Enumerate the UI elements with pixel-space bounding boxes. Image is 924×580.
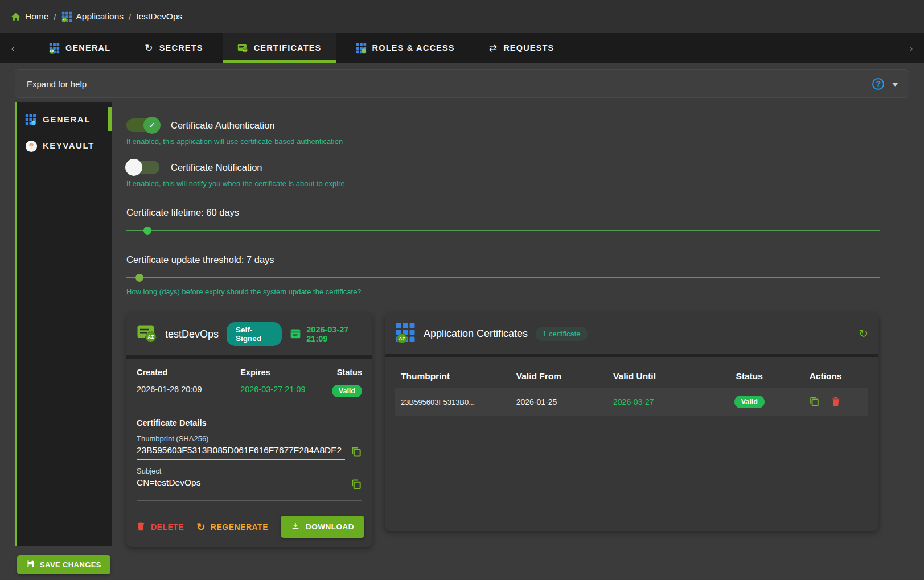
tabs-scroll-right-icon[interactable]: › bbox=[898, 33, 924, 63]
chevron-down-icon[interactable]: ▾ bbox=[893, 80, 898, 88]
row-valid-until: 2026-03-27 bbox=[613, 397, 710, 406]
tab-bar: ‹ AZ GENERAL ↻ SECRETS AZ CERTIFICATES R… bbox=[0, 33, 924, 63]
help-accordion[interactable]: Expand for help ? ▾ bbox=[15, 69, 909, 98]
self-signed-badge: Self-Signed bbox=[227, 322, 282, 346]
secrets-refresh-icon: ↻ bbox=[145, 42, 153, 54]
col-status: Status bbox=[710, 371, 789, 381]
certificate-threshold-help: How long (days) before expiry should the… bbox=[126, 287, 924, 296]
certificate-threshold-slider[interactable] bbox=[126, 273, 880, 282]
delete-certificate-button[interactable]: DELETE bbox=[136, 521, 184, 533]
slider-track bbox=[126, 277, 880, 278]
svg-text:AZ: AZ bbox=[63, 18, 66, 21]
slider-thumb[interactable] bbox=[143, 227, 151, 235]
refresh-icon[interactable]: ↻ bbox=[859, 328, 868, 339]
certificate-notification-help: If enabled, this will notify you when th… bbox=[126, 179, 924, 188]
delete-row-icon[interactable] bbox=[831, 396, 842, 408]
application-certificates-icon: AZ bbox=[395, 322, 416, 345]
general-grid-icon: AZ bbox=[49, 43, 60, 54]
certificate-count-badge: 1 certificate bbox=[536, 327, 587, 341]
tab-certificates[interactable]: AZ CERTIFICATES bbox=[223, 33, 336, 63]
row-thumbprint: 23B595603F5313B0... bbox=[401, 398, 516, 406]
certificate-details-title: Certificate Details bbox=[126, 417, 372, 427]
svg-text:AZ: AZ bbox=[399, 336, 405, 342]
download-icon bbox=[291, 521, 300, 532]
application-certificates-title: Application Certificates bbox=[424, 328, 528, 340]
breadcrumb: Home / AZ Applications / testDevOps bbox=[0, 0, 924, 33]
regenerate-icon: ↻ bbox=[196, 521, 206, 533]
roles-grid-icon bbox=[356, 43, 367, 54]
calendar-icon bbox=[290, 328, 301, 341]
certificate-card: AZ testDevOps Self-Signed 2026-03-27 21:… bbox=[126, 313, 372, 547]
home-icon bbox=[10, 11, 21, 22]
certificate-lifetime-label: Certificate lifetime: 60 days bbox=[126, 207, 924, 218]
subject-label: Subject bbox=[126, 460, 372, 475]
divider bbox=[137, 500, 362, 501]
certificate-lifetime-slider[interactable] bbox=[126, 226, 880, 235]
certificates-icon: AZ bbox=[237, 43, 248, 54]
status-badge: Valid bbox=[332, 385, 362, 397]
tabs-scroll-left-icon[interactable]: ‹ bbox=[0, 33, 26, 63]
save-changes-button[interactable]: SAVE CHANGES bbox=[17, 555, 110, 574]
expires-label: Expires bbox=[240, 368, 324, 377]
breadcrumb-applications[interactable]: AZ Applications bbox=[61, 11, 124, 22]
created-label: Created bbox=[137, 368, 240, 377]
certificate-card-title: testDevOps bbox=[165, 328, 219, 340]
svg-text:AZ: AZ bbox=[147, 335, 154, 340]
help-accordion-label: Expand for help bbox=[27, 79, 87, 89]
certificate-card-icon: AZ bbox=[137, 323, 157, 345]
certificate-authentication-label: Certificate Authentication bbox=[171, 120, 275, 131]
slider-thumb[interactable] bbox=[135, 274, 143, 282]
certificate-threshold-label: Certificate update threshold: 7 days bbox=[126, 254, 924, 265]
row-status-badge: Valid bbox=[734, 396, 765, 408]
sidebar-item-keyvault[interactable]: KEYVAULT bbox=[17, 132, 112, 158]
breadcrumb-separator: / bbox=[54, 12, 56, 22]
certificate-expiry-date: 2026-03-27 21:09 bbox=[306, 325, 362, 343]
breadcrumb-home[interactable]: Home bbox=[10, 11, 48, 22]
status-label: Status bbox=[324, 368, 362, 377]
section-sidebar: GENERAL KEYVAULT bbox=[15, 102, 112, 546]
subject-value: CN=testDevOps bbox=[137, 478, 345, 492]
col-actions: Actions bbox=[789, 371, 863, 381]
general-section-icon bbox=[25, 114, 36, 125]
regenerate-certificate-button[interactable]: ↻ REGENERATE bbox=[196, 521, 268, 533]
certificate-notification-toggle[interactable] bbox=[126, 161, 159, 174]
copy-subject-icon[interactable] bbox=[351, 479, 362, 490]
tab-secrets[interactable]: ↻ SECRETS bbox=[130, 33, 217, 63]
thumbprint-value: 23B595603F5313B085D061F616F7677F284A8DE2 bbox=[137, 445, 345, 460]
keyvault-icon bbox=[25, 140, 36, 151]
certificate-notification-label: Certificate Notification bbox=[171, 162, 262, 173]
application-certificates-card: AZ Application Certificates 1 certificat… bbox=[385, 313, 878, 531]
breadcrumb-separator: / bbox=[129, 12, 131, 22]
help-icon[interactable]: ? bbox=[872, 78, 884, 90]
download-certificate-button[interactable]: DOWNLOAD bbox=[281, 516, 364, 538]
requests-transfer-icon: ⇄ bbox=[489, 42, 498, 54]
col-thumbprint: Thumbprint bbox=[401, 371, 516, 381]
col-valid-until: Valid Until bbox=[613, 371, 710, 381]
toggle-knob bbox=[125, 159, 142, 176]
slider-track bbox=[126, 230, 880, 231]
expires-value: 2026-03-27 21:09 bbox=[240, 385, 324, 397]
certificate-authentication-toggle[interactable]: ✓ bbox=[126, 118, 159, 132]
tab-general[interactable]: AZ GENERAL bbox=[34, 33, 125, 63]
row-valid-from: 2026-01-25 bbox=[516, 397, 613, 406]
svg-text:AZ: AZ bbox=[243, 48, 247, 51]
save-icon bbox=[26, 560, 35, 570]
certificate-authentication-help: If enabled, this application will use ce… bbox=[126, 137, 924, 146]
tab-roles-access[interactable]: ROLES & ACCESS bbox=[341, 33, 470, 63]
created-value: 2026-01-26 20:09 bbox=[137, 385, 240, 397]
table-row: 23B595603F5313B0... 2026-01-25 2026-03-2… bbox=[395, 388, 868, 416]
trash-icon bbox=[136, 521, 146, 533]
toggle-check-icon: ✓ bbox=[143, 117, 161, 134]
col-valid-from: Valid From bbox=[516, 371, 613, 381]
breadcrumb-current: testDevOps bbox=[136, 11, 182, 22]
copy-thumbprint-icon[interactable] bbox=[351, 446, 362, 458]
applications-grid-icon: AZ bbox=[61, 11, 72, 22]
svg-text:AZ: AZ bbox=[50, 50, 54, 52]
thumbprint-label: Thumbprint (SHA256) bbox=[126, 427, 372, 443]
copy-row-icon[interactable] bbox=[809, 396, 820, 408]
sidebar-item-general[interactable]: GENERAL bbox=[17, 106, 112, 132]
certificates-table: Thumbprint Valid From Valid Until Status… bbox=[385, 357, 878, 426]
certificates-content: ✓ Certificate Authentication If enabled,… bbox=[112, 102, 924, 547]
divider bbox=[137, 409, 362, 409]
tab-requests[interactable]: ⇄ REQUESTS bbox=[474, 33, 569, 63]
